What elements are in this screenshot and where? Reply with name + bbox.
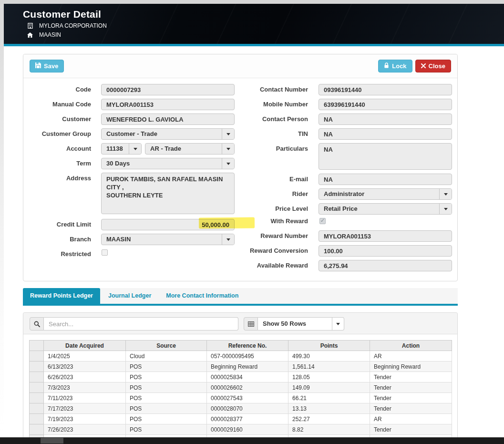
- table-row[interactable]: 7/17/2023 POS 0000028070 13.13 Tender: [30, 403, 452, 414]
- available-reward-input[interactable]: [319, 260, 452, 271]
- code-input[interactable]: [101, 84, 235, 95]
- rows-per-page-group: Show 50 Rows: [244, 317, 344, 330]
- scrollbar-thumb[interactable]: [41, 438, 63, 444]
- company-row: MYLORA CORPORATION: [27, 22, 504, 29]
- restricted-checkbox[interactable]: [102, 249, 108, 256]
- window-top-edge: [0, 0, 504, 4]
- reward-points-ledger-panel: Show 50 Rows Date Acquired Source Refere…: [23, 312, 458, 444]
- tab-reward-points-ledger[interactable]: Reward Points Ledger: [23, 288, 100, 304]
- chevron-down-icon[interactable]: [222, 158, 234, 169]
- cell-date: 7/26/2023: [44, 424, 126, 435]
- col-source[interactable]: Source: [126, 341, 207, 351]
- reward-number-input[interactable]: [319, 230, 452, 242]
- horizontal-scrollbar[interactable]: [0, 437, 504, 444]
- branch-name: MAASIN: [39, 31, 61, 38]
- rows-per-page-select[interactable]: Show 50 Rows: [258, 317, 344, 330]
- manual-code-input[interactable]: [101, 99, 235, 110]
- row-handle[interactable]: [30, 351, 44, 361]
- table-row[interactable]: 7/3/2023 POS 0000026602 149.09 Tender: [30, 382, 452, 393]
- customer-input[interactable]: [101, 114, 235, 125]
- tab-bar: Reward Points Ledger Journal Ledger More…: [23, 288, 458, 306]
- lock-button[interactable]: Lock: [378, 60, 412, 72]
- chevron-down-icon[interactable]: [222, 144, 234, 154]
- cell-source: POS: [126, 361, 207, 372]
- cell-action: AR: [370, 351, 452, 361]
- tin-input[interactable]: [319, 128, 452, 140]
- account-name-select[interactable]: AR - Trade: [145, 143, 235, 155]
- chevron-down-icon[interactable]: [439, 204, 452, 214]
- col-action[interactable]: Action: [370, 341, 452, 351]
- address-label: Address: [23, 173, 91, 184]
- row-handle[interactable]: [30, 424, 44, 435]
- chevron-down-icon[interactable]: [129, 144, 141, 154]
- cell-source: POS: [126, 424, 207, 435]
- col-date-acquired[interactable]: Date Acquired: [44, 341, 126, 351]
- search-icon: [30, 317, 44, 330]
- address-textarea[interactable]: PUROK TAMBIS, SAN RAFAEL MAASIN CITY , S…: [101, 173, 235, 214]
- cell-action: Beginning Reward: [370, 361, 452, 372]
- cell-points: 149.09: [288, 382, 370, 393]
- row-handle[interactable]: [30, 393, 44, 403]
- search-input[interactable]: [44, 317, 238, 330]
- code-label: Code: [23, 84, 91, 95]
- particulars-textarea[interactable]: NA: [319, 143, 452, 170]
- price-level-select[interactable]: Retail Price: [319, 203, 452, 215]
- cell-date: 7/17/2023: [44, 403, 126, 414]
- close-button[interactable]: Close: [415, 60, 451, 72]
- cell-date: 7/3/2023: [44, 382, 126, 393]
- account-code-select[interactable]: 11138: [101, 143, 142, 155]
- cell-date: 6/26/2023: [44, 372, 126, 382]
- contact-number-input[interactable]: [319, 84, 452, 95]
- email-input[interactable]: [319, 174, 452, 185]
- cell-action: Tender: [370, 403, 452, 414]
- reward-conversion-input[interactable]: [319, 245, 452, 257]
- table-row[interactable]: 1/4/2025 Cloud 057-0000095495 499.30 AR: [30, 351, 452, 361]
- branch-label: Branch: [23, 234, 91, 245]
- table-row[interactable]: 7/26/2023 POS 0000029160 8.82 Tender: [30, 424, 452, 435]
- cell-date: 7/19/2023: [44, 414, 126, 424]
- branch-row: MAASIN: [27, 31, 504, 38]
- table-row[interactable]: 7/19/2023 POS 0000028377 252.27 AR: [30, 414, 452, 424]
- mobile-number-input[interactable]: [319, 99, 452, 110]
- branch-select[interactable]: MAASIN: [101, 234, 235, 245]
- chevron-down-icon[interactable]: [439, 189, 452, 199]
- particulars-label: Particulars: [237, 143, 308, 155]
- restricted-label: Restricted: [23, 248, 91, 260]
- building-icon: [27, 23, 33, 29]
- rows-per-page-value: Show 50 Rows: [258, 318, 332, 330]
- row-handle[interactable]: [30, 403, 44, 414]
- with-reward-checkbox[interactable]: [319, 218, 326, 224]
- cell-action: Tender: [370, 372, 452, 382]
- rider-value: Administrator: [319, 189, 439, 199]
- row-handle[interactable]: [30, 361, 44, 372]
- tab-journal-ledger[interactable]: Journal Ledger: [102, 288, 158, 304]
- chevron-down-icon[interactable]: [222, 129, 234, 139]
- contact-person-input[interactable]: [319, 114, 452, 125]
- branch-value: MAASIN: [102, 234, 222, 245]
- chevron-down-icon[interactable]: [222, 234, 234, 245]
- header-accent-bar: [4, 44, 504, 46]
- lock-button-label: Lock: [392, 62, 406, 70]
- table-row[interactable]: 7/11/2023 POS 0000027543 66.21 Tender: [30, 393, 452, 403]
- table-row[interactable]: 6/13/2023 POS Beginning Reward 1,561.14 …: [30, 361, 452, 372]
- search-group: [30, 317, 238, 330]
- col-reference-no[interactable]: Reference No.: [207, 341, 288, 351]
- cell-points: 13.13: [288, 403, 370, 414]
- customer-group-select[interactable]: Customer - Trade: [101, 128, 235, 140]
- rider-select[interactable]: Administrator: [319, 188, 452, 200]
- row-handle[interactable]: [30, 372, 44, 382]
- row-handle[interactable]: [30, 382, 44, 393]
- tab-more-contact-information[interactable]: More Contact Information: [159, 288, 245, 304]
- row-handle[interactable]: [30, 414, 44, 424]
- chevron-down-icon[interactable]: [332, 318, 344, 330]
- cell-reference: 0000027543: [207, 393, 288, 403]
- cell-source: POS: [126, 372, 207, 382]
- save-button[interactable]: Save: [30, 60, 64, 72]
- col-points[interactable]: Points: [288, 341, 370, 351]
- email-label: E-mail: [237, 174, 308, 185]
- term-select[interactable]: 30 Days: [101, 158, 235, 169]
- table-row[interactable]: 6/26/2023 POS 0000025834 128.05 Tender: [30, 372, 452, 382]
- page-header: Customer Detail MYLORA CORPORATION MAASI…: [4, 4, 504, 44]
- cell-points: 128.05: [288, 372, 370, 382]
- ledger-toolbar: Show 50 Rows: [23, 313, 457, 334]
